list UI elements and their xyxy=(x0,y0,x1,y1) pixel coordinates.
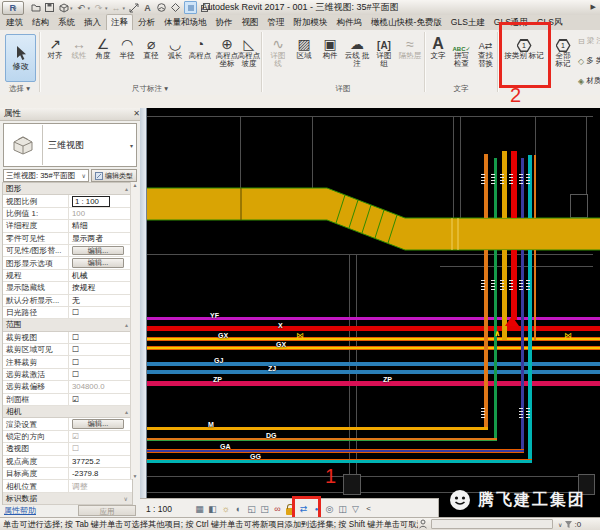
tool-detail-line[interactable]: ∿ 详图 线 xyxy=(266,33,290,68)
tab-annotate-active[interactable]: 注释 xyxy=(106,14,133,30)
tool-radial-dimension[interactable]: ◠ 半径 xyxy=(116,33,138,60)
pipe-lower-4[interactable] xyxy=(147,459,532,463)
valve-icon[interactable]: ⋈ xyxy=(296,332,304,340)
tool-detail-group[interactable]: [A] 详图 组 xyxy=(372,33,396,68)
pipe-x[interactable] xyxy=(147,326,600,331)
edit-button[interactable]: 编辑... xyxy=(72,419,124,429)
tab-systems[interactable]: 系统 xyxy=(54,15,79,30)
riser-orange[interactable] xyxy=(484,250,488,427)
tool-spot-slope[interactable]: ◺ 高程点 坡度 xyxy=(236,33,262,68)
tab-massing-site[interactable]: 体量和场地 xyxy=(160,15,211,30)
analytical-model-icon[interactable]: ◫ xyxy=(337,502,348,515)
riser-orange-thin[interactable] xyxy=(534,155,536,218)
view-cube-icon[interactable] xyxy=(170,2,181,13)
redo-icon[interactable]: ↷ xyxy=(93,2,104,13)
riser-green[interactable] xyxy=(494,158,497,218)
edit-button[interactable]: 编辑... xyxy=(72,246,124,256)
riser-orange-thin[interactable] xyxy=(534,250,536,340)
checkbox[interactable]: ☐ xyxy=(69,307,132,318)
undo-icon[interactable]: ↶ xyxy=(76,2,87,13)
checkbox[interactable]: ☐ xyxy=(69,344,132,355)
tab-goujianwu[interactable]: 构件坞 xyxy=(333,15,367,30)
infocenter-expand-icon[interactable]: ▶ xyxy=(591,3,596,11)
riser-navy[interactable] xyxy=(521,158,524,218)
tool-revision-cloud[interactable]: ☁ 云线 批注 xyxy=(344,33,370,68)
tool-material-tag[interactable]: ◈ 材质 标记 xyxy=(578,76,600,86)
tool-spell-check[interactable]: ABC✓ 拼写 检查 xyxy=(450,33,473,68)
riser-red[interactable] xyxy=(511,151,517,218)
tool-tag-all[interactable]: 1 全部 标记 xyxy=(551,33,575,68)
tab-architecture[interactable]: 建筑 xyxy=(2,15,27,30)
tool-find-replace[interactable]: A⇄ 查找 替换 xyxy=(474,33,497,68)
riser-yellow[interactable] xyxy=(502,250,507,340)
pipe-zj[interactable] xyxy=(147,370,600,374)
pipe-tee-fitting[interactable] xyxy=(505,316,519,326)
valve-icon[interactable]: ⋈ xyxy=(564,332,572,340)
pipe-fitting-icon[interactable]: ∧ xyxy=(494,330,501,338)
worksets-user-icon[interactable] xyxy=(418,519,428,529)
reveal-hidden-elements-icon[interactable]: ◎ xyxy=(324,502,335,515)
tool-insulation[interactable]: ≈ 隔热层 xyxy=(398,33,422,60)
tool-arc-length-dimension[interactable]: ◡ 弧长 xyxy=(164,33,186,60)
home-3d-view-icon[interactable] xyxy=(58,2,69,13)
open-file-icon[interactable] xyxy=(30,2,41,13)
switch-windows-icon[interactable] xyxy=(200,2,211,13)
pipe-lower-3[interactable] xyxy=(147,449,524,453)
tab-collaborate[interactable]: 协作 xyxy=(212,15,237,30)
collapse-arrow-icon[interactable]: < xyxy=(363,502,374,515)
section-box-icon[interactable] xyxy=(184,1,197,14)
render-icon[interactable] xyxy=(156,2,167,13)
panel-label-detail[interactable]: 详图 xyxy=(262,84,424,94)
tab-analyze[interactable]: 分析 xyxy=(134,15,159,30)
section-camera[interactable]: 相机▴ xyxy=(3,406,132,418)
panel-label-dimension[interactable]: 尺寸标注 ▾ xyxy=(40,84,260,94)
checkbox[interactable]: ☐ xyxy=(69,369,132,380)
workset-field[interactable] xyxy=(431,519,553,529)
view-scale-button[interactable]: 1 : 100 xyxy=(146,504,194,514)
tool-spot-elevation[interactable]: ◔ 高程点 xyxy=(188,33,212,60)
visual-style-icon[interactable]: ◧ xyxy=(207,502,218,515)
edit-type-button[interactable]: 编辑类型 xyxy=(91,169,137,182)
tool-multi-category[interactable]: ◇ 多 类别 xyxy=(578,56,600,66)
sun-path-icon[interactable]: ☼ xyxy=(220,502,231,515)
view-instance-combo[interactable]: 三维视图: 35#平面图 ∨ xyxy=(3,169,89,182)
tool-component[interactable]: ▣ 构件 xyxy=(318,33,342,60)
detail-level-icon[interactable]: ▦ xyxy=(194,502,205,515)
scroll-down-icon[interactable]: ▼ xyxy=(133,473,138,479)
temporary-hide-isolate-icon[interactable]: ∞ xyxy=(272,502,283,515)
riser-cyan[interactable] xyxy=(528,155,532,218)
aligned-dimension-icon[interactable] xyxy=(128,2,139,13)
apply-button[interactable]: 应用 xyxy=(78,505,136,516)
tab-structure[interactable]: 结构 xyxy=(28,15,53,30)
section-graphics[interactable]: 图形▴ xyxy=(3,183,132,195)
tab-manage[interactable]: 管理 xyxy=(264,15,289,30)
pipe-lower-1[interactable] xyxy=(147,427,488,430)
tool-diameter-dimension[interactable]: ⌀ 直径 xyxy=(140,33,162,60)
save-icon[interactable] xyxy=(44,2,55,13)
revit-app-menu-button[interactable]: R▾ xyxy=(2,1,24,15)
riser-orange[interactable] xyxy=(484,154,488,218)
tab-view[interactable]: 视图 xyxy=(238,15,263,30)
tab-ganlanshan[interactable]: 橄榄山快模-免费版 xyxy=(367,15,446,30)
riser-yellow[interactable] xyxy=(502,151,507,218)
tab-addins[interactable]: 附加模块 xyxy=(290,15,332,30)
measure-icon[interactable]: ↔ xyxy=(111,2,122,13)
shadows-icon[interactable]: ◐ xyxy=(233,502,244,515)
tool-aligned-dimension[interactable]: ↗ 对齐 xyxy=(44,33,66,60)
tool-linear-dimension[interactable]: ↔ 线性 xyxy=(68,33,90,60)
modify-button[interactable]: 修改 xyxy=(5,34,36,82)
panel-label-select[interactable]: 选择 ▾ xyxy=(0,84,39,94)
checkbox[interactable]: ☐ xyxy=(69,332,132,343)
tool-beam-annotation[interactable]: ⊟ 梁 注释 xyxy=(578,36,600,46)
edit-button[interactable]: 编辑... xyxy=(72,258,124,268)
crop-view-icon[interactable]: ◱ xyxy=(246,502,257,515)
filter-icon[interactable] xyxy=(564,520,573,529)
drawing-viewport[interactable]: ∧ ⋈ ⋈ YF X GX GX GJ ZJ ZP ZP M DG GA GG xyxy=(140,108,600,517)
scroll-up-icon[interactable]: ▲ xyxy=(133,182,138,188)
chevron-down-icon[interactable]: ∨ xyxy=(558,521,562,528)
tool-region[interactable]: ▨ 区域 xyxy=(292,33,316,60)
reveal-constraints-icon[interactable]: ▽ xyxy=(350,502,361,515)
tool-angular-dimension[interactable]: ∠ 角度 xyxy=(92,33,114,60)
properties-scrollbar[interactable]: ▲ ▼ xyxy=(130,182,139,479)
type-selector[interactable]: 三维视图 ▾ xyxy=(3,123,137,167)
